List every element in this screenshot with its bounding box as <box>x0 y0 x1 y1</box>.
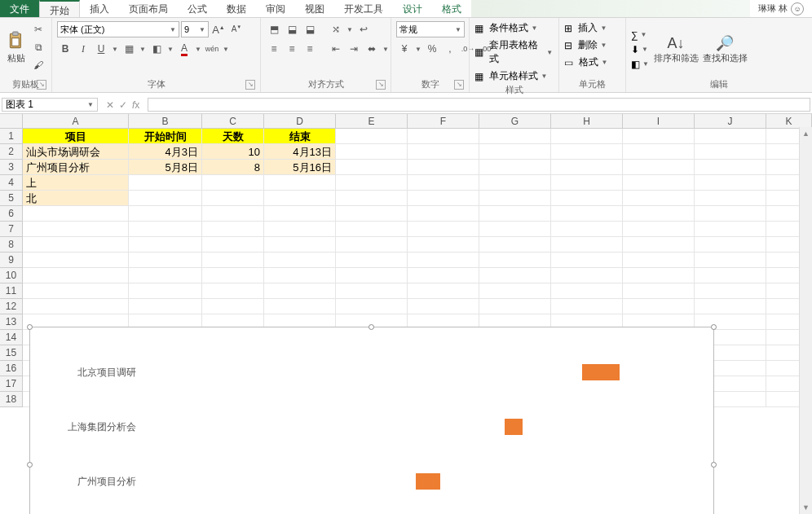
chart-bar[interactable] <box>416 473 440 490</box>
cell[interactable]: 开始时间 <box>129 129 202 144</box>
cell[interactable] <box>129 299 202 314</box>
percent-button[interactable]: % <box>424 41 440 57</box>
cell[interactable]: 4月13日 <box>264 144 336 160</box>
tab-view[interactable]: 视图 <box>295 0 334 17</box>
account-area[interactable]: 琳琳 林 ☺ <box>750 0 812 17</box>
cell[interactable]: 广州项目分析 <box>23 160 129 175</box>
find-select-button[interactable]: 🔎 查找和选择 <box>702 24 748 76</box>
tab-formulas[interactable]: 公式 <box>178 0 217 17</box>
cell[interactable] <box>479 144 551 160</box>
paste-button[interactable]: 粘贴 <box>5 21 27 73</box>
cell[interactable] <box>623 253 695 268</box>
cell[interactable] <box>264 283 336 299</box>
cell[interactable] <box>479 222 551 237</box>
chevron-down-icon[interactable]: ▼ <box>139 46 147 53</box>
cell[interactable] <box>129 253 202 268</box>
scroll-down-button[interactable]: ▼ <box>800 501 812 514</box>
cell[interactable] <box>408 253 479 268</box>
cell[interactable] <box>551 299 623 314</box>
column-header[interactable]: E <box>336 114 408 128</box>
cell[interactable] <box>129 222 202 237</box>
format-cells-button[interactable]: ▭ 格式▼ <box>564 55 608 69</box>
cell[interactable] <box>202 222 264 237</box>
cell[interactable] <box>408 283 479 299</box>
number-format-combo[interactable]: 常规▼ <box>396 21 465 37</box>
cell[interactable] <box>623 222 695 237</box>
row-header[interactable]: 10 <box>0 268 23 283</box>
underline-button[interactable]: U <box>93 41 109 57</box>
font-size-combo[interactable]: 9▼ <box>181 21 209 37</box>
clear-button[interactable]: ◧▼ <box>631 59 650 70</box>
row-header[interactable]: 7 <box>0 222 23 237</box>
formula-input[interactable] <box>148 98 810 112</box>
cell[interactable] <box>336 283 408 299</box>
comma-button[interactable]: , <box>442 41 458 57</box>
cell[interactable] <box>623 191 695 206</box>
cell[interactable] <box>551 206 623 222</box>
fx-button[interactable]: fx <box>132 99 139 111</box>
orientation-button[interactable]: ⤭ <box>328 21 344 37</box>
cell[interactable] <box>264 191 336 206</box>
cell[interactable] <box>551 237 623 253</box>
column-header[interactable]: F <box>408 114 479 128</box>
cell[interactable] <box>695 283 766 299</box>
cell[interactable] <box>408 160 479 175</box>
cell[interactable] <box>479 206 551 222</box>
align-center-button[interactable]: ≡ <box>284 41 300 57</box>
chevron-down-icon[interactable]: ▼ <box>194 46 202 53</box>
tab-chart-format[interactable]: 格式 <box>432 0 471 17</box>
fill-button[interactable]: ⬇▼ <box>631 44 650 55</box>
align-right-button[interactable]: ≡ <box>302 41 318 57</box>
cell[interactable] <box>695 191 766 206</box>
column-header[interactable]: K <box>766 114 812 128</box>
cell[interactable] <box>264 253 336 268</box>
column-header[interactable]: G <box>479 114 551 128</box>
autosum-button[interactable]: ∑▼ <box>631 29 650 41</box>
cell[interactable] <box>336 253 408 268</box>
cell[interactable] <box>23 299 129 314</box>
cell[interactable] <box>202 191 264 206</box>
cell[interactable] <box>336 129 408 144</box>
row-header[interactable]: 6 <box>0 206 23 222</box>
cell[interactable] <box>695 237 766 253</box>
cut-button[interactable]: ✂ <box>30 21 46 37</box>
align-middle-button[interactable]: ⬓ <box>284 21 300 37</box>
sort-filter-button[interactable]: A↓ 排序和筛选 <box>653 24 699 76</box>
cell[interactable] <box>695 144 766 160</box>
cell[interactable] <box>202 206 264 222</box>
cell[interactable]: 天数 <box>202 129 264 144</box>
fill-color-button[interactable]: ◧ <box>148 41 165 57</box>
cell[interactable] <box>129 175 202 191</box>
cell[interactable] <box>623 160 695 175</box>
align-top-button[interactable]: ⬒ <box>266 21 282 37</box>
tab-file[interactable]: 文件 <box>0 0 39 17</box>
cell[interactable] <box>129 268 202 283</box>
cell[interactable] <box>479 299 551 314</box>
cell[interactable] <box>336 191 408 206</box>
cell[interactable] <box>479 175 551 191</box>
cell[interactable] <box>551 129 623 144</box>
column-header[interactable]: D <box>264 114 336 128</box>
cell[interactable] <box>264 299 336 314</box>
cell[interactable] <box>695 299 766 314</box>
tab-data[interactable]: 数据 <box>217 0 256 17</box>
insert-cells-button[interactable]: ⊞ 插入▼ <box>564 21 608 35</box>
chevron-down-icon[interactable]: ▼ <box>346 26 354 33</box>
cell[interactable] <box>408 144 479 160</box>
tab-home[interactable]: 开始 <box>39 0 80 17</box>
table-format-button[interactable]: ▦ 套用表格格式▼ <box>474 38 554 66</box>
row-header[interactable]: 9 <box>0 253 23 268</box>
row-header[interactable]: 1 <box>0 129 23 144</box>
row-header[interactable]: 14 <box>0 330 23 345</box>
font-color-button[interactable]: A <box>176 41 192 57</box>
cell[interactable] <box>479 160 551 175</box>
cell-styles-button[interactable]: ▦ 单元格样式▼ <box>474 69 554 83</box>
cell[interactable] <box>264 175 336 191</box>
row-header[interactable]: 12 <box>0 299 23 314</box>
name-box[interactable]: 图表 1▼ <box>2 98 98 112</box>
cell[interactable] <box>551 175 623 191</box>
cell[interactable] <box>551 160 623 175</box>
cell[interactable] <box>479 283 551 299</box>
merge-center-button[interactable]: ⬌ <box>364 41 380 57</box>
cell[interactable] <box>336 222 408 237</box>
